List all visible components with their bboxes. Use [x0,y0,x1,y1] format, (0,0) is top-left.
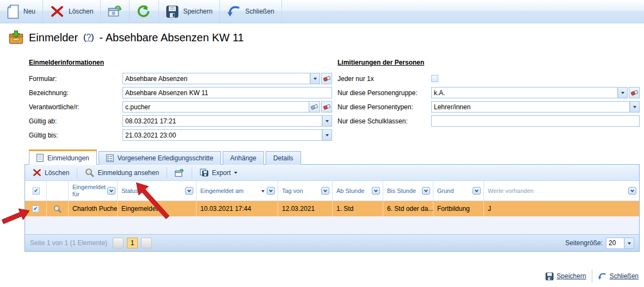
filter-dropdown-icon[interactable] [628,187,636,195]
column-label: Grund [437,188,471,195]
new-button[interactable]: Neu [0,0,43,23]
gueltig-bis-dropdown-button[interactable] [322,129,332,141]
cell-grund: Fortbildung [433,201,484,216]
chevron-down-icon [234,172,237,176]
page-size-value[interactable]: 20 [606,238,624,249]
document-icon [36,154,44,162]
cell-werte-vorhanden: J [484,201,639,216]
toolbar-separator [167,167,167,178]
list-icon [106,154,114,162]
gueltig-ab-dropdown-button[interactable] [322,115,332,127]
einmeldungen-grid-panel: Löschen Einmeldung ansehen Export Eingem… [24,164,640,252]
help-link[interactable]: ? [86,33,91,42]
form-row-schulklassen: Nur diese Schulklassen: [338,115,640,127]
personentypen-dropdown-button[interactable] [630,101,640,113]
pager-next-button[interactable]: › [141,238,152,248]
chevron-down-icon [628,242,631,246]
tab-erledigungsschritte[interactable]: Vorgesehene Erledigungsschritte [99,151,221,165]
filter-dropdown-icon[interactable] [473,187,481,195]
filter-dropdown-icon[interactable] [107,187,115,195]
header-tag-von[interactable]: Tag von [278,181,333,201]
verantwortliche-select-button[interactable] [309,101,320,113]
refresh-button[interactable] [130,0,159,23]
header-werte-vorhanden[interactable]: Werte vorhanden [484,181,639,201]
toolbar-separator [77,167,77,178]
footer-close-label: Schließen [610,272,639,280]
grid-header-row: Eingemeldet für Status Eingemeldet am Ta… [25,181,639,201]
cell-ab-stunde: 1. Std [333,201,383,216]
formular-clear-button[interactable] [321,73,332,84]
jeder-nur-1x-checkbox[interactable] [431,75,438,82]
row-view-cell [47,201,69,216]
new-page-icon [7,4,19,19]
chevron-glyph [475,188,479,192]
schulklassen-label: Nur diese Schulklassen: [338,117,431,125]
chevron-glyph [424,188,428,192]
row-checkbox[interactable] [32,205,39,213]
chevron-down-icon [314,78,317,82]
personengruppe-combo-input[interactable] [431,87,618,98]
cell-tag-von: 12.03.2021 [278,201,333,216]
grid-pager: Seite 1 von 1 (1 Elemente) ‹ 1 › Seiteng… [25,234,639,251]
filter-dropdown-icon[interactable] [372,187,380,195]
footer-actions: Speichern Schließen [545,270,639,283]
grid-empty-area [25,216,639,234]
delete-button[interactable]: Löschen [43,0,101,23]
form-row-personentypen: Nur diese Personentypen: [338,101,640,113]
column-label: Tag von [282,188,320,195]
open-in-window-button[interactable] [170,167,188,179]
tab-anhaenge[interactable]: Anhänge [223,151,264,165]
filter-dropdown-icon[interactable] [267,187,275,195]
header-eingemeldet-am[interactable]: Eingemeldet am [197,181,278,201]
form-row-formular: Formular: [29,73,332,84]
inbox-arrow-icon [9,30,23,45]
select-all-checkbox[interactable] [33,188,40,195]
column-label: Werte vorhanden [488,188,627,195]
grid-delete-button[interactable]: Löschen [28,167,73,178]
formular-dropdown-button[interactable] [310,73,320,84]
personentypen-combo-input[interactable] [431,101,630,113]
process-button[interactable] [101,0,130,23]
personengruppe-clear-button[interactable] [629,87,640,98]
view-einmeldung-button[interactable]: Einmeldung ansehen [81,166,163,179]
close-button[interactable]: Schließen [220,0,281,23]
header-grund[interactable]: Grund [433,181,484,201]
gueltig-bis-input[interactable] [122,129,322,141]
export-button[interactable]: Export [195,167,242,178]
page-title-text: Einmelder [29,32,78,44]
filter-dropdown-icon[interactable] [321,187,329,195]
pager-prev-button[interactable]: ‹ [113,238,124,248]
cell-bis-stunde: 6. Std oder da... [383,201,433,216]
filter-dropdown-icon[interactable] [185,187,193,195]
chevron-glyph [630,188,634,192]
gueltig-ab-input[interactable] [122,115,322,127]
bezeichnung-input[interactable] [122,87,332,98]
cell-eingemeldet-am: 10.03.2021 17:44 [197,201,278,216]
page-subtitle-text: - Absehbare Absenzen KW 11 [100,32,244,44]
personengruppe-dropdown-button[interactable] [618,87,628,98]
jeder-nur-1x-label: Jeder nur 1x [338,75,431,83]
pager-page-button[interactable]: 1 [127,238,138,248]
help-paren-close: ) [91,33,94,42]
tab-details[interactable]: Details [266,151,301,165]
magnifier-icon [85,168,94,177]
pager-info-text: Seite 1 von 1 (1 Elemente) [30,239,107,247]
footer-close-link[interactable]: Schließen [598,272,639,280]
filter-dropdown-icon[interactable] [422,187,430,195]
tab-einmeldungen[interactable]: Einmeldungen [29,149,97,165]
floppy-disk-icon [166,5,179,18]
eraser-gray-icon [311,103,318,110]
save-button[interactable]: Speichern [159,0,220,23]
schulklassen-input[interactable] [431,115,640,127]
header-ab-stunde[interactable]: Ab Stunde [333,181,383,201]
header-bis-stunde[interactable]: Bis Stunde [383,181,433,201]
formular-combo-input[interactable] [122,73,310,84]
table-row[interactable]: Charloth Pucher Eingemeldet 10.03.2021 1… [25,201,639,216]
header-status[interactable]: Status [118,181,197,201]
page-size-dropdown-button[interactable] [624,238,634,249]
header-eingemeldet-fuer[interactable]: Eingemeldet für [69,181,118,201]
verantwortliche-clear-button[interactable] [321,101,332,113]
magnifier-icon[interactable] [53,205,62,213]
verantwortliche-input[interactable] [122,101,309,113]
footer-save-link[interactable]: Speichern [545,272,586,280]
